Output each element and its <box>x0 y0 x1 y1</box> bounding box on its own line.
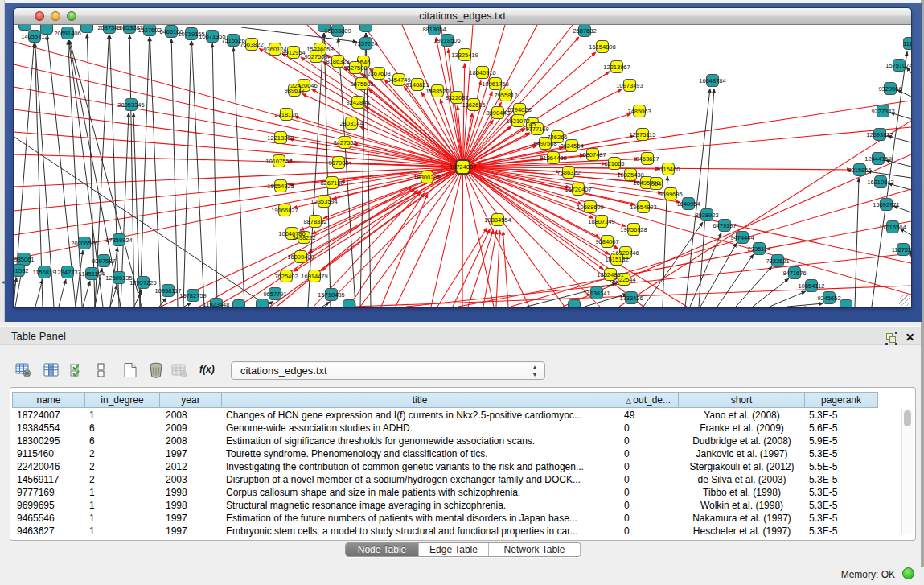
new-file-icon[interactable] <box>122 362 138 378</box>
table-row[interactable]: 946554611997Estimation of the future num… <box>12 512 889 525</box>
cell-short: Franke et al. (2009) <box>679 422 805 435</box>
table-settings-icon[interactable] <box>15 362 31 378</box>
resize-grip-icon[interactable] <box>899 295 910 306</box>
network-window-titlebar[interactable]: citations_edges.txt <box>14 8 911 25</box>
node-label: 7386322 <box>556 169 580 176</box>
network-canvas[interactable]: 1405571220691406208734910853287152760264… <box>14 25 911 307</box>
cell-title: Investigating the contribution of common… <box>222 460 618 473</box>
edge[interactable] <box>463 127 912 167</box>
teal-node[interactable] <box>257 299 269 308</box>
teal-node[interactable] <box>19 25 31 31</box>
tab-edge-table[interactable]: Edge Table <box>419 543 489 557</box>
edge[interactable] <box>191 41 204 307</box>
table-selector-combobox[interactable]: citations_edges.txt ▲▼ <box>231 361 545 380</box>
tab-node-table[interactable]: Node Table <box>346 543 419 557</box>
close-panel-icon[interactable]: ✕ <box>904 331 916 344</box>
column-header-year[interactable]: year <box>160 392 222 408</box>
cell-year: 2003 <box>160 473 222 486</box>
table-row[interactable]: 1872400712008Changes of HCN gene express… <box>12 409 889 422</box>
delete-icon[interactable] <box>148 362 164 378</box>
edge[interactable] <box>468 230 494 307</box>
column-header-pagerank[interactable]: pagerank <box>805 392 878 408</box>
table-row[interactable]: 1830029562008Estimation of significance … <box>12 435 889 447</box>
edge[interactable] <box>463 167 912 264</box>
edge[interactable] <box>804 307 840 307</box>
select-rows-icon[interactable] <box>70 362 86 378</box>
edge[interactable] <box>69 40 121 307</box>
edge[interactable] <box>325 167 463 307</box>
tab-network-table[interactable]: Network Table <box>489 543 581 557</box>
node-label: 8990448 <box>486 109 509 117</box>
close-traffic-light-icon[interactable] <box>35 11 44 21</box>
node-label: 10688609 <box>577 204 603 211</box>
table-row[interactable]: 1938455462009Genome-wide association stu… <box>12 422 889 435</box>
edge[interactable] <box>690 233 721 307</box>
table-vertical-scrollbar[interactable] <box>901 409 913 534</box>
edge[interactable] <box>463 167 644 307</box>
edge[interactable] <box>463 167 912 295</box>
teal-node[interactable] <box>569 300 581 308</box>
table-row[interactable]: 2242004622012Investigating the contribut… <box>12 460 889 473</box>
cell-name: 18300295 <box>12 435 85 447</box>
edge[interactable] <box>171 39 178 307</box>
node-label: 1167533 <box>892 246 911 253</box>
table-panel-title: Table Panel <box>11 330 66 342</box>
node-label: 989612 <box>284 87 304 94</box>
edge[interactable] <box>87 34 95 307</box>
edge[interactable] <box>381 193 428 307</box>
import-table-icon[interactable] <box>171 362 187 378</box>
table-mode-tabs: Node TableEdge TableNetwork Table <box>345 542 581 557</box>
column-header-in_degree[interactable]: in_degree <box>85 392 160 408</box>
edge[interactable] <box>183 41 191 307</box>
cell-in_degree: 2 <box>85 460 160 473</box>
teal-node[interactable] <box>233 300 245 308</box>
cell-year: 2008 <box>160 435 222 447</box>
edge[interactable] <box>184 303 191 307</box>
table-row[interactable]: 911546021997Tourette syndrome. Phenomeno… <box>12 447 889 460</box>
cell-short: Yano et al. (2008) <box>679 409 805 422</box>
edge[interactable] <box>35 279 43 307</box>
node-label: 13325419 <box>451 51 478 59</box>
edge[interactable] <box>770 291 806 307</box>
zoom-traffic-light-icon[interactable] <box>67 11 76 21</box>
node-label: 17359924 <box>105 237 132 244</box>
column-header-short[interactable]: short <box>679 392 805 408</box>
scrollbar-thumb[interactable] <box>904 410 911 426</box>
edge[interactable] <box>311 89 462 167</box>
node-label: 2935114 <box>748 245 771 253</box>
edge[interactable] <box>753 278 789 307</box>
column-header-title[interactable]: title <box>222 392 618 408</box>
column-header-out_de[interactable]: △ out_de... <box>618 392 679 408</box>
edge[interactable] <box>308 33 324 307</box>
edge[interactable] <box>83 281 90 307</box>
minimize-traffic-light-icon[interactable] <box>51 11 60 21</box>
edge[interactable] <box>150 37 161 307</box>
node-label: 9329966 <box>878 85 901 93</box>
float-window-icon[interactable] <box>885 332 899 345</box>
table-panel: ▲ Table Panel ✕ <box>0 322 921 585</box>
edge[interactable] <box>717 254 754 307</box>
teal-node[interactable] <box>360 25 372 32</box>
column-header-name[interactable]: name <box>12 392 85 408</box>
row-height-icon[interactable] <box>97 362 113 378</box>
table-row[interactable]: 969969511998Structural magnetic resonanc… <box>12 499 889 512</box>
collapse-left-arrow-icon[interactable]: ◄ <box>0 278 4 286</box>
node-label: 19218506 <box>433 37 460 44</box>
table-row[interactable]: 946362711997Embryonic stem cells: a mode… <box>12 525 889 538</box>
edge[interactable] <box>867 171 911 178</box>
table-row[interactable]: 977716911998Corpus callosum shape and si… <box>12 486 889 499</box>
show-columns-icon[interactable] <box>43 362 60 378</box>
table-row[interactable]: 1456911722003Disruption of a novel membe… <box>12 473 889 486</box>
teal-node[interactable] <box>840 300 852 308</box>
edge[interactable] <box>212 43 217 307</box>
edge[interactable] <box>109 35 119 307</box>
edge[interactable] <box>787 303 823 307</box>
edge[interactable] <box>59 279 66 307</box>
edge[interactable] <box>68 40 103 307</box>
citation-network-graph[interactable]: 1405571220691406208734910853287152760264… <box>14 25 911 307</box>
teal-node[interactable] <box>343 300 355 308</box>
edge[interactable] <box>503 231 509 307</box>
teal-node[interactable] <box>81 25 93 33</box>
cell-in_degree: 1 <box>85 486 160 499</box>
function-builder-icon[interactable]: f(x) <box>199 364 220 380</box>
